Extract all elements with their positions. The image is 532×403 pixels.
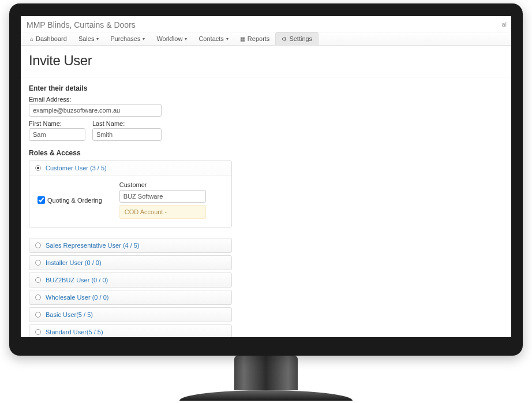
- details-heading: Enter their details: [29, 84, 503, 92]
- role-label: Installer User (0 / 0): [46, 259, 102, 266]
- role-panel-basic: Basic User(5 / 5): [29, 307, 232, 322]
- caret-down-icon: ▾: [185, 36, 187, 42]
- role-heading-wholesale[interactable]: Wholesale User (0 / 0): [29, 290, 231, 304]
- nav-settings-label: Settings: [289, 35, 312, 42]
- nav-workflow-label: Workflow: [156, 35, 182, 42]
- first-name-label: First Name:: [29, 120, 85, 127]
- roles-accordion: Customer User (3 / 5) Quoting & Ordering: [29, 161, 232, 337]
- first-name-field[interactable]: [29, 128, 85, 141]
- nav-settings[interactable]: ⚙ Settings: [275, 32, 319, 45]
- nav-workflow[interactable]: Workflow ▾: [151, 32, 193, 45]
- role-panel-buz2buz: BUZ2BUZ User (0 / 0): [29, 273, 232, 288]
- role-panel-standard: Standard User(5 / 5): [29, 324, 232, 337]
- nav-dashboard[interactable]: ⌂ Dashboard: [24, 32, 73, 45]
- email-field[interactable]: [29, 104, 162, 117]
- nav-sales[interactable]: Sales ▾: [73, 32, 105, 45]
- last-name-label: Last Name:: [92, 120, 162, 127]
- radio-icon[interactable]: [35, 294, 41, 300]
- caret-down-icon: ▾: [226, 36, 228, 42]
- nav-reports[interactable]: ▦ Reports: [234, 32, 276, 45]
- radio-icon[interactable]: [35, 277, 41, 283]
- quoting-ordering-label: Quoting & Ordering: [47, 197, 102, 204]
- monitor-stand-base: [179, 390, 353, 401]
- role-label: Customer User (3 / 5): [46, 165, 107, 171]
- gear-icon: ⚙: [282, 36, 287, 42]
- main-nav: ⌂ Dashboard Sales ▾ Purchases ▾ Workflow…: [21, 32, 511, 46]
- role-panel-salesrep: Sales Representative User (4 / 5): [29, 238, 232, 253]
- caret-down-icon: ▾: [96, 36, 99, 42]
- page-title: Invite User: [29, 53, 503, 69]
- nav-purchases-label: Purchases: [110, 35, 140, 42]
- customer-label: Customer: [119, 181, 223, 188]
- radio-icon[interactable]: [35, 260, 41, 266]
- role-label: Wholesale User (0 / 0): [46, 294, 108, 301]
- role-heading-buz2buz[interactable]: BUZ2BUZ User (0 / 0): [29, 273, 231, 287]
- caret-down-icon: ▾: [143, 36, 145, 42]
- role-heading-basic[interactable]: Basic User(5 / 5): [29, 308, 231, 322]
- role-body-customer: Quoting & Ordering Customer COD Account …: [29, 175, 231, 227]
- role-label: Basic User(5 / 5): [46, 311, 93, 318]
- role-panel-customer: Customer User (3 / 5) Quoting & Ordering: [29, 161, 232, 227]
- nav-contacts[interactable]: Contacts ▾: [193, 32, 234, 45]
- customer-suggestion[interactable]: COD Account -: [119, 205, 206, 219]
- spacer: [29, 230, 232, 238]
- role-heading-installer[interactable]: Installer User (0 / 0): [29, 256, 231, 270]
- app-title: MMP Blinds, Curtains & Doors: [21, 16, 511, 32]
- roles-heading: Roles & Access: [29, 149, 503, 157]
- role-heading-customer[interactable]: Customer User (3 / 5): [29, 161, 231, 175]
- radio-icon[interactable]: [35, 312, 41, 318]
- divider: [21, 77, 511, 77]
- role-label: Sales Representative User (4 / 5): [46, 242, 140, 249]
- role-label: Standard User(5 / 5): [46, 329, 103, 335]
- top-right-text: al: [501, 21, 507, 28]
- radio-icon[interactable]: [35, 329, 41, 335]
- monitor-stand-neck: [234, 356, 298, 390]
- radio-icon[interactable]: [35, 165, 41, 171]
- customer-field[interactable]: [119, 190, 206, 203]
- role-heading-standard[interactable]: Standard User(5 / 5): [29, 325, 231, 337]
- role-label: BUZ2BUZ User (0 / 0): [46, 277, 108, 283]
- home-icon: ⌂: [30, 36, 33, 42]
- nav-sales-label: Sales: [78, 35, 95, 42]
- chart-icon: ▦: [240, 36, 245, 42]
- role-heading-salesrep[interactable]: Sales Representative User (4 / 5): [29, 238, 231, 252]
- role-panel-wholesale: Wholesale User (0 / 0): [29, 290, 232, 305]
- radio-icon[interactable]: [35, 242, 41, 248]
- nav-dashboard-label: Dashboard: [36, 35, 67, 42]
- nav-contacts-label: Contacts: [198, 35, 223, 42]
- quoting-ordering-checkbox[interactable]: [38, 196, 45, 204]
- nav-purchases[interactable]: Purchases ▾: [104, 32, 151, 45]
- last-name-field[interactable]: [92, 128, 162, 141]
- nav-reports-label: Reports: [248, 35, 270, 42]
- email-label: Email Address:: [29, 96, 503, 103]
- role-panel-installer: Installer User (0 / 0): [29, 255, 232, 270]
